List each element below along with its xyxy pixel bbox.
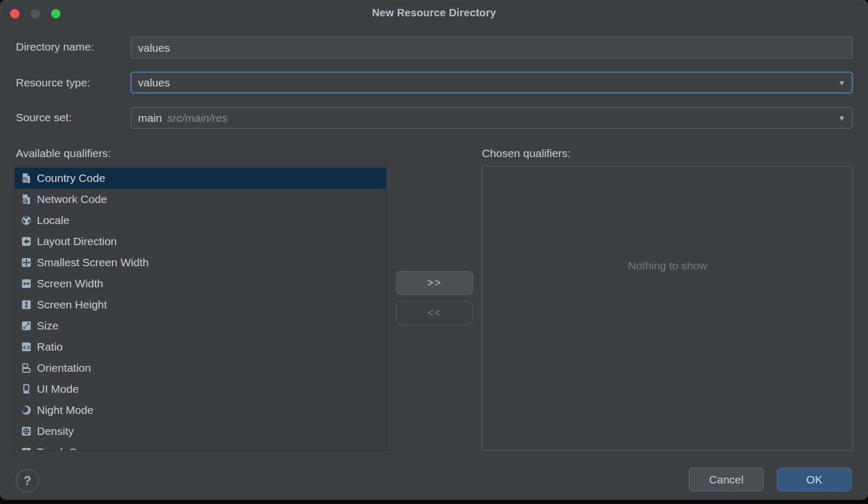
screen-height-icon — [21, 299, 32, 311]
list-item[interactable]: Layout Direction — [15, 231, 386, 252]
country-code-icon — [21, 172, 32, 184]
list-item-label: Network Code — [37, 193, 107, 206]
list-item[interactable]: Network Code — [15, 189, 386, 210]
list-item-label: Ratio — [37, 341, 63, 353]
source-set-value: main — [138, 112, 162, 124]
list-item[interactable]: UI Mode — [15, 379, 386, 400]
resource-type-label: Resource type: — [16, 76, 90, 89]
list-item[interactable]: Screen Width — [15, 273, 386, 294]
source-set-label: Source set: — [16, 111, 72, 124]
locale-icon — [21, 215, 32, 226]
list-item-label: Smallest Screen Width — [37, 256, 149, 269]
size-icon — [21, 320, 32, 332]
screen-width-icon — [21, 278, 32, 289]
titlebar: New Resource Directory — [0, 0, 868, 27]
list-item-label: Density — [37, 425, 74, 438]
night-mode-icon — [21, 404, 32, 416]
list-item[interactable]: Size — [15, 315, 386, 336]
remove-qualifier-button: << — [396, 301, 473, 325]
window-title: New Resource Directory — [0, 7, 868, 19]
layout-direction-icon — [21, 236, 32, 247]
list-item-label: Country Code — [37, 172, 105, 185]
density-icon — [21, 425, 32, 437]
list-item[interactable]: 4:3 Ratio — [15, 336, 386, 357]
list-item-label: Screen Height — [37, 298, 107, 311]
list-item-label: Layout Direction — [37, 235, 117, 248]
list-item[interactable]: Orientation — [15, 357, 386, 379]
chosen-qualifiers-panel: Nothing to show — [482, 166, 853, 451]
list-item-label: UI Mode — [37, 383, 78, 395]
chevron-down-icon[interactable]: ▼ — [838, 114, 845, 122]
svg-text:4:3: 4:3 — [23, 344, 30, 350]
directory-name-label: Directory name: — [16, 41, 94, 53]
list-item-label: Size — [37, 319, 58, 332]
list-item[interactable]: Density — [15, 421, 386, 442]
source-set-dropdown[interactable]: main src/main/res ▼ — [131, 107, 853, 129]
available-qualifiers-list[interactable]: Country Code Network Code Locale Layout … — [14, 166, 387, 451]
cancel-button[interactable]: Cancel — [689, 468, 764, 491]
list-item[interactable]: Screen Height — [15, 294, 386, 315]
list-item[interactable]: Night Mode — [15, 400, 386, 421]
network-code-icon — [21, 193, 32, 205]
list-item[interactable]: Country Code — [15, 168, 386, 189]
available-qualifiers-label: Available qualifiers: — [16, 147, 111, 160]
orientation-icon — [21, 362, 32, 374]
help-button[interactable]: ? — [16, 469, 39, 492]
resource-type-value: values — [138, 76, 170, 89]
list-item-label: Touch Screen — [37, 446, 104, 451]
smallest-screen-width-icon — [21, 257, 32, 268]
ui-mode-icon — [21, 383, 32, 395]
chevron-down-icon[interactable]: ▼ — [838, 79, 845, 86]
empty-state-text: Nothing to show — [482, 259, 853, 272]
list-item-label: Night Mode — [37, 404, 93, 416]
ok-button[interactable]: OK — [777, 468, 852, 491]
list-item-label: Locale — [37, 214, 70, 227]
directory-name-input[interactable] — [131, 37, 853, 59]
list-item[interactable]: Touch Screen — [15, 442, 386, 451]
source-set-path-hint: src/main/res — [167, 112, 228, 124]
add-qualifier-button[interactable]: >> — [396, 271, 473, 295]
list-item-label: Orientation — [37, 362, 91, 374]
new-resource-directory-dialog: New Resource Directory Directory name: R… — [0, 0, 868, 500]
list-item[interactable]: Smallest Screen Width — [15, 252, 386, 273]
list-item-label: Screen Width — [37, 277, 103, 290]
chosen-qualifiers-label: Chosen qualifiers: — [482, 147, 570, 160]
ratio-icon: 4:3 — [21, 341, 32, 353]
list-item[interactable]: Locale — [15, 210, 386, 231]
touch-screen-icon — [21, 447, 32, 451]
resource-type-dropdown[interactable]: values ▼ — [131, 72, 853, 93]
